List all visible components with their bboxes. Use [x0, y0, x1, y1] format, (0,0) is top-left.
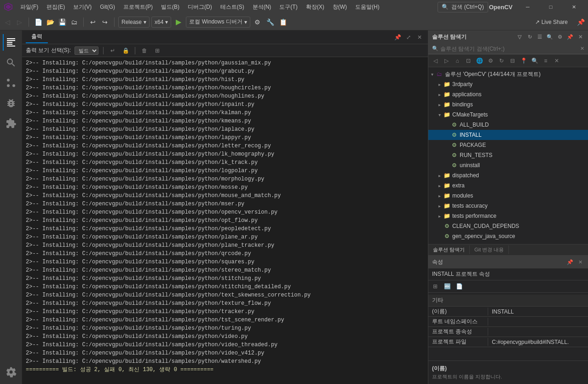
tree-item-gen_opencv_java_source[interactable]: ⚙gen_opencv_java_source	[428, 231, 588, 241]
sol-filter-button[interactable]: ☰	[536, 33, 544, 41]
props-grid-button[interactable]: ⊞	[430, 281, 440, 291]
tree-item-clean_cuda_depends[interactable]: ⚙CLEAN_CUDA_DEPENDS	[428, 221, 588, 231]
close-button[interactable]: ✕	[563, 0, 584, 14]
props-page-button[interactable]: 📄	[454, 281, 464, 291]
tree-item-솔루션-'opencv'-(144/144개-프로젝트)[interactable]: ▾🗂솔루션 'OpenCV' (144/144개 프로젝트)	[428, 69, 588, 79]
menu-test[interactable]: 테스트(S)	[217, 1, 248, 13]
sol-back-button[interactable]: ◁	[430, 56, 440, 66]
output-line: 2>-- Installing: C:/opencvgpu/build/inst…	[26, 175, 424, 183]
tree-item-cmaketargets[interactable]: ▾📁CMakeTargets	[428, 110, 588, 120]
split-output-button[interactable]: ⊞	[153, 46, 162, 55]
tree-item-uninstall[interactable]: ⚙uninstall	[428, 160, 588, 170]
config-dropdown[interactable]: Release ▾	[118, 17, 150, 28]
menu-view[interactable]: 보기(V)	[69, 1, 95, 13]
tree-item-extra[interactable]: ▸📁extra	[428, 180, 588, 191]
sol-tab-explorer[interactable]: 솔루션 탐색기	[428, 245, 470, 254]
sol-settings-button[interactable]: ⚙	[485, 56, 496, 66]
sol-search-input[interactable]	[440, 46, 578, 52]
wrap-lines-button[interactable]: ↵	[108, 46, 117, 55]
menu-analyze[interactable]: 분석(N)	[249, 1, 275, 13]
activity-extensions-icon[interactable]	[3, 115, 19, 132]
props-sort-button[interactable]: 🔤	[442, 281, 452, 291]
sol-home-button[interactable]: ⌂	[452, 56, 462, 66]
tree-item-bindings[interactable]: ▸📁bindings	[428, 99, 588, 110]
run-button[interactable]: ▶	[173, 17, 184, 28]
maximize-button[interactable]: □	[540, 0, 561, 14]
tree-item-package[interactable]: ⚙PACKAGE	[428, 140, 588, 150]
platform-dropdown[interactable]: x64 ▾	[151, 17, 171, 28]
debug-dropdown[interactable]: 로컬 Windows 디버거 ▾	[186, 17, 250, 28]
menu-debug[interactable]: 디버그(D)	[184, 1, 216, 13]
sol-tab-git[interactable]: Git 변경 내용	[470, 245, 509, 254]
menu-file[interactable]: 파일(F)	[17, 1, 42, 13]
tree-item-install[interactable]: ⚙INSTALL	[428, 130, 588, 140]
panel-close-button[interactable]: ✕	[415, 33, 424, 42]
clear-output-button[interactable]: 🗑	[140, 46, 149, 55]
sol-search2-button[interactable]: 🔍	[530, 56, 540, 66]
menu-tools[interactable]: 도구(T)	[276, 1, 301, 13]
toolbar-pin-button[interactable]: 📌	[575, 17, 586, 28]
tree-item-tests-performance[interactable]: ▸📁tests performance	[428, 211, 588, 221]
live-share-button[interactable]: ↗ Live Share	[531, 18, 571, 26]
props-pin-button[interactable]: 📌	[566, 258, 574, 266]
sol-search-close-icon[interactable]: ✕	[580, 46, 584, 52]
sol-pin2-button[interactable]: 📍	[519, 56, 529, 66]
activity-explorer-icon[interactable]	[3, 34, 19, 51]
activity-git-icon[interactable]	[3, 75, 19, 91]
lock-scroll-button[interactable]: 🔒	[121, 46, 130, 55]
sol-close-button[interactable]: ✕	[576, 33, 584, 41]
tree-icon: 📁	[443, 172, 450, 179]
sol-close2-button[interactable]: ✕	[552, 56, 562, 66]
sol-refresh-button[interactable]: ↻	[525, 33, 534, 41]
tree-item-dispatched[interactable]: ▸📁dispatched	[428, 170, 588, 180]
toolbar-save-button[interactable]: 💾	[57, 17, 68, 28]
toolbar-extra-btn-1[interactable]: ⚙	[252, 17, 263, 28]
menu-edit[interactable]: 편집(E)	[43, 1, 69, 13]
tree-item-gen_opencv_js_source[interactable]: ⚙gen_opencv_js_source	[428, 241, 588, 244]
sol-refresh2-button[interactable]: ↻	[496, 56, 507, 66]
output-tab[interactable]: 출력	[26, 31, 48, 43]
sol-search-button[interactable]: 🔍	[546, 33, 554, 41]
sol-globe-button[interactable]: 🌐	[474, 56, 484, 66]
toolbar-extra-btn-2[interactable]: 🔧	[265, 17, 276, 28]
tree-item-applications[interactable]: ▸📁applications	[428, 89, 588, 99]
tree-label: applications	[452, 91, 481, 98]
menu-help[interactable]: 도움말(H)	[352, 1, 383, 13]
toolbar-open-button[interactable]: 📂	[45, 17, 56, 28]
search-icon: 🔍	[442, 4, 449, 10]
menu-build[interactable]: 빌드(B)	[157, 1, 183, 13]
toolbar-extra-btn-3[interactable]: 📋	[278, 17, 289, 28]
toolbar-new-button[interactable]: 📄	[33, 17, 44, 28]
toolbar-redo-button[interactable]: ↪	[99, 17, 110, 28]
tree-item-tests-accuracy[interactable]: ▸📁tests accuracy	[428, 201, 588, 211]
output-content[interactable]: 2>-- Installing: C:/opencvgpu/build/inst…	[22, 57, 428, 384]
output-line: 2>-- Installing: C:/opencvgpu/build/inst…	[26, 76, 424, 84]
activity-settings-icon[interactable]	[3, 364, 19, 380]
tree-item-3rdparty[interactable]: ▸📁3rdparty	[428, 79, 588, 89]
minimize-button[interactable]: ─	[517, 0, 538, 14]
view-select-dropdown[interactable]: 빌드	[75, 47, 98, 55]
panel-expand-button[interactable]: ⤢	[404, 33, 413, 42]
menu-extensions[interactable]: 확장(X)	[302, 1, 328, 13]
tree-item-run_tests[interactable]: ⚙RUN_TESTS	[428, 150, 588, 160]
search-box[interactable]: 🔍 검색 (Ctrl+Q)	[438, 2, 488, 12]
tree-item-all_build[interactable]: ⚙ALL_BUILD	[428, 120, 588, 130]
tree-item-modules[interactable]: ▸📁modules	[428, 191, 588, 201]
sol-sync-button[interactable]: ⊡	[463, 56, 473, 66]
sol-forward-button[interactable]: ▷	[441, 56, 451, 66]
sol-collapse2-button[interactable]: ⊟	[507, 56, 518, 66]
sol-pin-button[interactable]: 📌	[566, 33, 574, 41]
menu-git[interactable]: Git(G)	[96, 2, 119, 12]
sol-list-button[interactable]: ≡	[541, 56, 551, 66]
props-close-button[interactable]: ✕	[576, 258, 584, 266]
toolbar-saveall-button[interactable]: 🗂	[69, 17, 80, 28]
menu-project[interactable]: 프로젝트(P)	[120, 1, 156, 13]
menu-window[interactable]: 창(W)	[329, 1, 351, 13]
activity-search-icon[interactable]	[3, 54, 19, 71]
sol-collapse-button[interactable]: ▽	[515, 33, 524, 41]
activity-debug-icon[interactable]	[3, 95, 19, 111]
panel-pin-button[interactable]: 📌	[393, 33, 402, 42]
tree-label: tests accuracy	[452, 203, 488, 209]
sol-props-button[interactable]: ⚙	[556, 33, 564, 41]
toolbar-undo-button[interactable]: ↩	[87, 17, 98, 28]
